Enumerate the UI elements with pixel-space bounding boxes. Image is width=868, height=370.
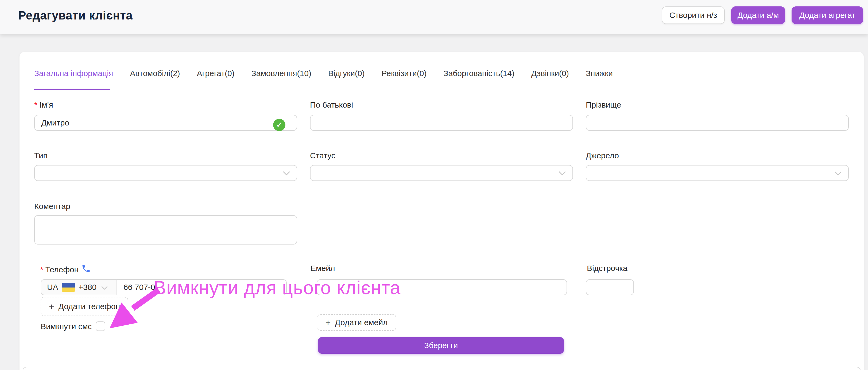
tab-cars[interactable]: Автомобілі(2) [130, 69, 180, 78]
sms-optout-checkbox[interactable] [96, 322, 105, 331]
plus-icon: + [325, 318, 331, 327]
middle-name-input[interactable] [310, 115, 573, 131]
tab-aggregate[interactable]: Агрегат(0) [197, 69, 235, 78]
middle-name-label: По батькові [310, 100, 353, 109]
source-select[interactable] [586, 165, 849, 181]
last-name-input[interactable] [586, 115, 849, 131]
phone-dial-code: +380 [79, 283, 97, 292]
tab-debt[interactable]: Заборгованість(14) [443, 69, 515, 78]
ukraine-flag-icon [62, 283, 75, 292]
tab-discounts[interactable]: Знижки [586, 69, 613, 78]
valid-check-icon: ✓ [273, 119, 285, 131]
add-phone-button[interactable]: + Додати телефон [41, 297, 128, 316]
active-tab-underline [34, 89, 111, 90]
page-title: Редагувати клієнта [18, 9, 132, 22]
chevron-down-icon [101, 283, 108, 292]
source-label: Джерело [586, 151, 619, 160]
annotation-text: Вимкнути для цього клієнта [154, 277, 401, 298]
phone-label: *Телефон [40, 264, 91, 275]
tab-bar: Загальна інформація Автомобілі(2) Агрега… [34, 69, 613, 78]
type-label: Тип [34, 151, 48, 160]
email-label: Емейл [311, 264, 335, 273]
first-name-input[interactable] [34, 115, 297, 131]
tab-orders[interactable]: Замовлення(10) [251, 69, 311, 78]
tab-reviews[interactable]: Відгуки(0) [328, 69, 365, 78]
add-car-button[interactable]: Додати а/м [731, 6, 785, 24]
status-label: Статус [310, 151, 335, 160]
create-work-order-button[interactable]: Створити н/з [662, 6, 725, 24]
page-header: Редагувати клієнта Створити н/з Додати а… [0, 0, 868, 34]
sms-optout-label: Вимкнути смс [41, 322, 92, 331]
status-select[interactable] [310, 165, 573, 181]
tab-divider [34, 90, 849, 90]
phone-country-select[interactable]: UA +380 [41, 279, 117, 295]
required-asterisk: * [40, 265, 43, 274]
first-name-label: *Ім'я [34, 100, 53, 109]
comment-textarea[interactable] [34, 215, 297, 244]
comment-label: Коментар [34, 202, 70, 211]
tab-general-info[interactable]: Загальна інформація [34, 69, 113, 78]
phone-icon [81, 264, 91, 275]
chevron-down-icon [834, 168, 842, 177]
tab-requisites[interactable]: Реквізити(0) [382, 69, 427, 78]
deferral-label: Відстрочка [587, 264, 627, 273]
add-unit-button[interactable]: Додати агрегат [792, 6, 863, 24]
chevron-down-icon [559, 168, 566, 177]
next-section-panel [23, 367, 861, 370]
tab-calls[interactable]: Дзвінки(0) [531, 69, 569, 78]
client-card [20, 52, 864, 370]
deferral-input[interactable] [586, 279, 634, 295]
chevron-down-icon [283, 168, 290, 177]
plus-icon: + [49, 302, 54, 311]
last-name-label: Прізвище [586, 100, 621, 109]
save-button[interactable]: Зберегти [318, 337, 564, 354]
required-asterisk: * [34, 100, 37, 109]
phone-country-code: UA [47, 283, 58, 292]
add-email-button[interactable]: + Додати емейл [317, 314, 396, 331]
type-select[interactable] [34, 165, 297, 181]
